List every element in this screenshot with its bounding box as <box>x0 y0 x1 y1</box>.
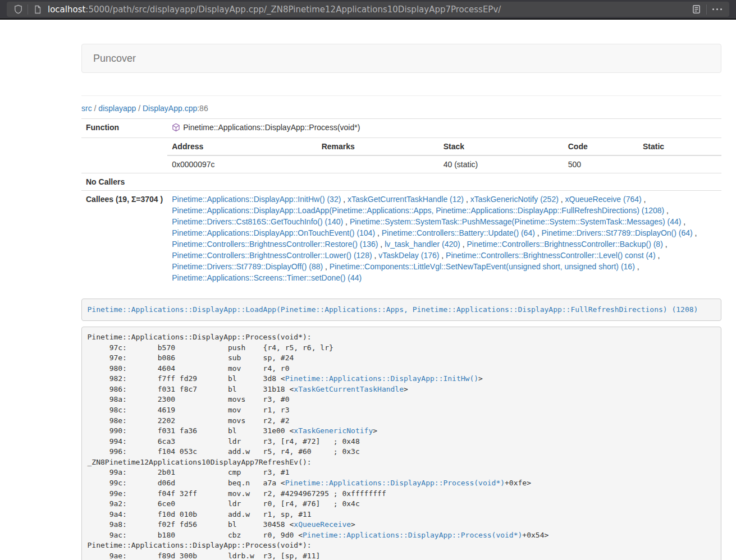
callee-link[interactable]: lv_task_handler (420) <box>385 240 460 249</box>
function-table: Function Pinetime::Applications::Display… <box>81 118 721 286</box>
callee-link[interactable]: Pinetime::Controllers::BrightnessControl… <box>467 240 662 249</box>
table-row: Callees (19, Σ=3704 ) Pinetime::Applicat… <box>81 191 721 287</box>
table-row: No Callers <box>81 173 721 191</box>
callee-link[interactable]: xQueueReceive (764) <box>565 195 642 204</box>
breadcrumb-src-link[interactable]: src <box>81 104 92 113</box>
asm-symbol-link[interactable]: xTaskGetCurrentTaskHandle <box>294 385 404 393</box>
stack-header: Stack <box>439 138 564 155</box>
code-header: Code <box>564 138 638 155</box>
table-row: 0x0000097c 40 (static) 500 <box>167 155 721 173</box>
asm-symbol-link[interactable]: Pinetime::Applications::DisplayApp::Init… <box>285 374 478 383</box>
breadcrumb-line-number: :86 <box>197 104 208 113</box>
cube-symbol-icon <box>172 123 180 135</box>
breadcrumb-displayapp-link[interactable]: displayapp <box>98 104 136 113</box>
app-title: Puncover <box>93 53 136 64</box>
callee-link[interactable]: Pinetime::Applications::DisplayApp::OnTo… <box>172 228 375 237</box>
browser-toolbar: localhost:5000/path/src/displayapp/Displ… <box>0 0 736 20</box>
address-cell: 0x0000097c <box>167 155 317 173</box>
breadcrumb-separator: / <box>136 104 143 113</box>
stack-cell: 40 (static) <box>439 155 564 173</box>
callee-link[interactable]: Pinetime::Controllers::BrightnessControl… <box>172 251 372 260</box>
breadcrumb: src / displayapp / DisplayApp.cpp:86 <box>81 103 721 114</box>
asm-symbol-link[interactable]: Pinetime::Applications::DisplayApp::Proc… <box>303 531 522 539</box>
callee-link[interactable]: Pinetime::System::SystemTask::PushMessag… <box>350 217 682 226</box>
callees-label: Callees (19, Σ=3704 ) <box>81 191 167 287</box>
callee-link[interactable]: vTaskDelay (176) <box>378 251 439 260</box>
callee-link[interactable]: Pinetime::Components::LittleVgl::SetNewT… <box>330 262 635 271</box>
function-stats-cell: Address Remarks Stack Code Static 0x0000… <box>167 138 721 173</box>
callee-link[interactable]: xTaskGenericNotify (252) <box>470 195 559 204</box>
callee-link[interactable]: Pinetime::Applications::DisplayApp::Load… <box>172 206 664 215</box>
snippet-box: Pinetime::Applications::DisplayApp::Load… <box>81 299 721 321</box>
static-header: Static <box>638 138 721 155</box>
reader-mode-icon[interactable] <box>691 3 703 16</box>
asm-symbol-link[interactable]: xTaskGenericNotify <box>294 426 373 435</box>
stats-table: Address Remarks Stack Code Static 0x0000… <box>167 138 721 173</box>
static-cell <box>638 155 721 173</box>
asm-symbol-link[interactable]: Pinetime::Applications::DisplayApp::Proc… <box>285 479 505 487</box>
callee-link[interactable]: Pinetime::Controllers::Battery::Update()… <box>382 228 535 237</box>
remarks-header: Remarks <box>317 138 439 155</box>
code-cell: 500 <box>564 155 638 173</box>
app-title-panel: Puncover <box>81 44 721 73</box>
table-row: Address Remarks Stack Code Static 0x0000… <box>81 138 721 173</box>
asm-symbol-link[interactable]: xQueueReceive <box>294 520 351 529</box>
remarks-cell <box>317 155 439 173</box>
shield-icon[interactable] <box>12 3 24 16</box>
function-row-label: Function <box>81 119 167 138</box>
callee-link[interactable]: Pinetime::Drivers::Cst816S::GetTouchInfo… <box>172 217 343 226</box>
urlbar-divider <box>28 4 28 15</box>
urlbar-divider <box>706 4 707 15</box>
no-callers-cell <box>167 173 721 191</box>
no-callers-label: No Callers <box>81 173 167 191</box>
url-path: :5000/path/src/displayapp/DisplayApp.cpp… <box>85 4 501 15</box>
assembly-listing: Pinetime::Applications::DisplayApp::Proc… <box>81 327 721 560</box>
url-bar[interactable]: localhost:5000/path/src/displayapp/Displ… <box>7 2 729 17</box>
callee-link[interactable]: xTaskGetCurrentTaskHandle (12) <box>348 195 464 204</box>
callee-link[interactable]: Pinetime::Drivers::St7789::DisplayOn() (… <box>542 228 693 237</box>
callee-link[interactable]: Pinetime::Applications::DisplayApp::Init… <box>172 195 341 204</box>
page-actions-menu-icon[interactable] <box>710 8 725 11</box>
address-header: Address <box>167 138 317 155</box>
callees-list: Pinetime::Applications::DisplayApp::Init… <box>167 191 721 287</box>
page-container: Puncover src / displayapp / DisplayApp.c… <box>81 44 721 560</box>
table-row: Address Remarks Stack Code Static <box>167 138 721 155</box>
callee-link[interactable]: Pinetime::Applications::Screens::Timer::… <box>172 273 362 282</box>
table-row: Function Pinetime::Applications::Display… <box>81 119 721 138</box>
url-host: localhost <box>48 4 85 15</box>
function-name: Pinetime::Applications::DisplayApp::Proc… <box>183 123 360 132</box>
divider <box>81 95 721 96</box>
callee-link[interactable]: Pinetime::Drivers::St7789::DisplayOff() … <box>172 262 323 271</box>
empty-row-label <box>81 138 167 173</box>
callee-link[interactable]: Pinetime::Controllers::BrightnessControl… <box>172 240 378 249</box>
page-icon <box>31 3 44 16</box>
callee-link[interactable]: Pinetime::Controllers::BrightnessControl… <box>446 251 655 260</box>
breadcrumb-file-link[interactable]: DisplayApp.cpp <box>143 104 197 113</box>
snippet-symbol-link[interactable]: Pinetime::Applications::DisplayApp::Load… <box>88 305 698 314</box>
breadcrumb-separator: / <box>92 104 99 113</box>
url-text[interactable]: localhost:5000/path/src/displayapp/Displ… <box>48 4 691 15</box>
function-name-cell: Pinetime::Applications::DisplayApp::Proc… <box>167 119 721 138</box>
